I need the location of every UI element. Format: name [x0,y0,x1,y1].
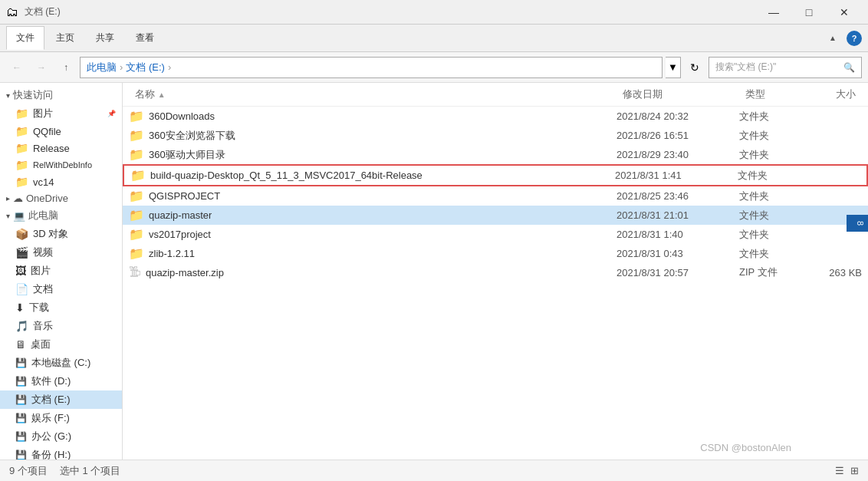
table-row[interactable]: 📁 zlib-1.2.11 2021/8/31 0:43 文件夹 [123,244,868,263]
table-row[interactable]: 📁 QGISPROJECT 2021/8/25 23:46 文件夹 [123,186,868,206]
up-button[interactable]: ↑ [55,57,77,78]
drive-icon: 💾 [15,431,27,442]
folder-icon: 📁 [15,176,28,188]
expand-arrow-icon: ▾ [6,91,10,100]
expand-ribbon-button[interactable]: ▲ [822,28,843,49]
search-icon[interactable]: 🔍 [843,62,855,73]
file-type: 文件夹 [738,169,799,183]
sidebar-item-release[interactable]: 📁 Release [0,140,122,156]
refresh-button[interactable]: ↻ [684,57,705,78]
sidebar-item-drive-e[interactable]: 💾 文档 (E:) [0,390,122,409]
col-name-header[interactable]: 名称 ▲ [129,84,616,104]
help-button[interactable]: ? [847,31,862,46]
file-type: ZIP 文件 [739,265,801,279]
pin-icon: 📌 [107,110,116,117]
file-name: zlib-1.2.11 [149,248,195,259]
sidebar-item-label: Release [33,143,70,154]
sidebar-onedrive-header[interactable]: ▸ ☁ OneDrive [0,190,122,206]
table-row[interactable]: 📁 build-quazip-Desktop_Qt_5_11_3_MSVC201… [123,164,868,186]
address-path[interactable]: 此电脑 › 文档 (E:) › [80,57,663,78]
sidebar-item-relwithdebinfo[interactable]: 📁 RelWithDebInfo [0,156,122,173]
sidebar-quickaccess-header[interactable]: ▾ 快速访问 [0,86,122,104]
sidebar-item-3d[interactable]: 📦 3D 对象 [0,225,122,243]
sidebar-item-label: 软件 (D:) [31,374,71,388]
minimize-button[interactable]: — [756,0,791,25]
folder-icon: 📁 [129,147,144,162]
file-date: 2021/8/31 1:41 [615,170,738,181]
file-type: 文件夹 [739,247,801,261]
table-row[interactable]: 📁 360安全浏览器下载 2021/8/26 16:51 文件夹 [123,126,868,145]
file-type: 文件夹 [739,209,801,222]
sidebar-item-pictures[interactable]: 📁 图片 📌 [0,104,122,123]
sidebar-item-drive-c[interactable]: 💾 本地磁盘 (C:) [0,354,122,372]
maximize-button[interactable]: □ [791,0,827,25]
sidebar-item-documents[interactable]: 📄 文档 [0,280,122,298]
breadcrumb-drive[interactable]: 文档 (E:) [126,61,165,74]
file-type: 文件夹 [739,228,801,242]
table-row[interactable]: 📁 vs2017project 2021/8/31 1:40 文件夹 [123,225,868,244]
sidebar-item-label: 图片 [33,107,53,120]
sidebar-item-downloads[interactable]: ⬇ 下载 [0,298,122,317]
file-name: 360Downloads [149,110,215,122]
sidebar-item-drive-d[interactable]: 💾 软件 (D:) [0,372,122,390]
col-date-header[interactable]: 修改日期 [616,84,739,104]
col-size-header[interactable]: 大小 [801,84,862,104]
folder-icon: 📁 [129,189,144,203]
file-name: build-quazip-Desktop_Qt_5_11_3_MSVC2017_… [150,170,422,181]
tab-view[interactable]: 查看 [126,26,164,50]
back-button[interactable]: ← [6,57,28,78]
table-row[interactable]: 🗜 quazip-master.zip 2021/8/31 20:57 ZIP … [123,263,868,282]
tab-file[interactable]: 文件 [6,26,44,50]
file-name-cell: 📁 zlib-1.2.11 [129,246,616,261]
breadcrumb-pc[interactable]: 此电脑 [87,61,117,74]
sidebar-thispc-header[interactable]: ▾ 💻 此电脑 [0,206,122,225]
sidebar-onedrive-label: OneDrive [26,193,68,204]
close-button[interactable]: ✕ [827,0,862,25]
file-name-cell: 📁 360驱动大师目录 [129,147,616,162]
sidebar-item-music[interactable]: 🎵 音乐 [0,317,122,335]
table-row[interactable]: 📁 360驱动大师目录 2021/8/29 23:40 文件夹 [123,145,868,164]
tab-home[interactable]: 主页 [46,26,84,50]
sidebar-item-label: RelWithDebInfo [33,160,92,170]
item-count: 9 个项目 [9,464,48,478]
sidebar-item-drive-h[interactable]: 💾 备份 (H:) [0,446,122,460]
search-box[interactable]: 搜索"文档 (E:)" 🔍 [709,57,862,78]
forward-button[interactable]: → [31,57,52,78]
drive-icon: 💾 [15,413,27,423]
side-avatar[interactable]: 8 [847,215,868,232]
file-name-cell: 📁 quazip-master [129,208,616,222]
tab-share[interactable]: 共享 [86,26,124,50]
address-dropdown-button[interactable]: ▼ [666,57,681,78]
sidebar-item-images[interactable]: 🖼 图片 [0,262,122,280]
view-details-icon[interactable]: ☰ [835,465,844,476]
pc-icon: 💻 [13,210,25,222]
view-large-icon[interactable]: ⊞ [850,465,859,476]
search-placeholder: 搜索"文档 (E:)" [715,61,776,74]
column-headers: 名称 ▲ 修改日期 类型 大小 [123,83,868,107]
file-type: 文件夹 [739,189,801,203]
folder-icon: 🖼 [15,265,26,277]
title-controls: — □ ✕ [756,0,862,25]
sidebar-item-label: 视频 [33,245,53,259]
sidebar-item-drive-g[interactable]: 💾 办公 (G:) [0,427,122,446]
window-title-text: 文档 (E:) [25,5,61,18]
table-row[interactable]: 📁 quazip-master 2021/8/31 21:01 文件夹 [123,206,868,225]
file-name-cell: 📁 360Downloads [129,109,616,124]
sidebar-item-drive-f[interactable]: 💾 娱乐 (F:) [0,409,122,427]
title-bar-icons: 🗂 文档 (E:) [6,5,61,19]
col-type-header[interactable]: 类型 [739,84,801,104]
file-name: quazip-master [149,209,212,221]
file-name: quazip-master.zip [146,267,224,278]
sidebar-item-label: 本地磁盘 (C:) [31,356,90,370]
table-row[interactable]: 📁 360Downloads 2021/8/24 20:32 文件夹 [123,107,868,126]
sidebar-item-vc14[interactable]: 📁 vc14 [0,173,122,190]
status-bar-right: ☰ ⊞ [835,465,859,476]
sidebar-item-label: 桌面 [31,338,51,351]
file-name: vs2017project [149,229,211,240]
sidebar-item-qqfile[interactable]: 📁 QQfile [0,123,122,140]
expand-arrow-icon: ▸ [6,194,10,203]
sidebar-item-video[interactable]: 🎬 视频 [0,243,122,262]
zip-icon: 🗜 [129,265,141,279]
sidebar-item-desktop[interactable]: 🖥 桌面 [0,335,122,354]
file-name-cell: 📁 vs2017project [129,227,616,242]
